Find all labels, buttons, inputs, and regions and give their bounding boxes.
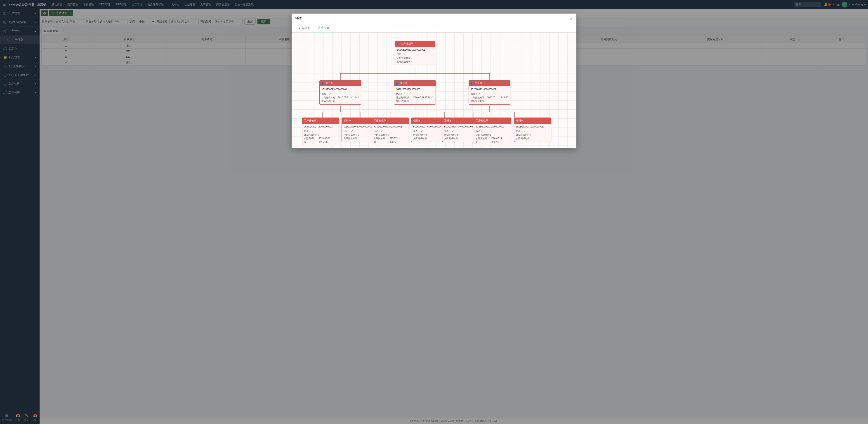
work-order-node-3[interactable]: 👥 加工单 JG202007110000000002 状态： ✔ 计划完成时间：… (469, 80, 510, 104)
sub3-check: ✔ (381, 129, 383, 133)
sub1-title: 工序验收单 (304, 119, 316, 123)
production-plan-time-label: 计划完成时间： (397, 56, 412, 60)
sub3-body: JGZD202007020000000001 状态： ✔ 计划完成时间： 实际完… (372, 124, 409, 145)
wo1-plan-value: 2020-07-11 14:12:41 (338, 96, 359, 99)
sub3-actual-time: 实际完成时间： 2020-07-11 13:36:56 (374, 137, 407, 144)
modal-tab-progress[interactable]: 进度报表 (314, 24, 333, 32)
sub6-header: 工序验收单 (474, 118, 511, 124)
wo2-title: 加工单 (400, 81, 408, 85)
sub3-header: 工序验收单 (372, 118, 409, 124)
wo2-status: 状态： ✔ (396, 92, 434, 96)
sub-doc-7[interactable]: 领料单 LLDD202007110000000011 状态： ✔ 计划完成时间：… (514, 118, 551, 142)
sub7-plan-label: 计划完成时间： (516, 133, 532, 137)
sub1-id: JGZD202007110000000001 (304, 125, 337, 129)
production-plan-time-row: 计划完成时间： (397, 56, 433, 60)
wo2-icon: 👥 (396, 81, 399, 85)
wo1-actual-time: 实际完成时间： (321, 99, 359, 103)
sub1-plan-label: 计划完成时间： (304, 133, 320, 137)
wo1-actual-label: 实际完成时间： (321, 99, 337, 103)
sub7-plan-time: 计划完成时间： (516, 133, 549, 137)
wo2-actual-time: 实际完成时间： (396, 99, 434, 103)
sub-doc-1[interactable]: 工序验收单 JGZD202007110000000001 状态： ✔ 计划完成时… (302, 118, 339, 145)
sub6-check: ✔ (483, 129, 485, 133)
sub4-actual-label: 实际完成时间： (413, 137, 429, 140)
sub6-body: JGZD202007110000000002 状态： ✔ 计划完成时间： 实际完… (474, 124, 511, 145)
sub7-header: 领料单 (514, 118, 551, 124)
sub2-status-label: 状态： (344, 129, 350, 133)
sub3-plan-label: 计划完成时间： (374, 133, 390, 137)
sub3-plan-time: 计划完成时间： (374, 133, 407, 137)
sub5-check: ✔ (452, 129, 454, 133)
wo3-title: 加工单 (475, 81, 482, 85)
sub2-plan-label: 计划完成时间： (344, 133, 360, 137)
wo2-id: JG202007020000000001 (396, 88, 434, 91)
wo3-body: JG202007110000000002 状态： ✔ 计划完成时间： 2020-… (469, 86, 510, 104)
sub4-plan-label: 计划完成时间： (413, 133, 429, 137)
work-order-node-2[interactable]: 👥 加工单 JG202007020000000001 状态： ✔ 计划完成时间：… (394, 80, 436, 104)
modal-close-button[interactable]: ✕ (569, 16, 573, 21)
sub1-header: 工序验收单 (302, 118, 339, 124)
wo3-plan-label: 计划完成时间： (471, 96, 487, 99)
sub3-status-label: 状态： (374, 129, 380, 133)
sub7-status: 状态： ✔ (516, 129, 549, 133)
wo2-plan-label: 计划完成时间： (396, 96, 412, 99)
sub6-actual-value: 2020-07-11 14:30:00 (491, 137, 509, 144)
sub3-id: JGZD202007020000000001 (374, 125, 407, 129)
production-plan-node[interactable]: 👥 生产计划单 SCJH202005310000000001 状态： ✔ 计划完… (395, 41, 435, 65)
sub2-check: ✔ (351, 129, 353, 133)
modal-title: 详情 (295, 17, 302, 21)
wo2-body: JG202007020000000001 状态： ✔ 计划完成时间： 2020-… (394, 86, 436, 104)
sub7-body: LLDD202007110000000011 状态： ✔ 计划完成时间： 实际完… (514, 124, 551, 142)
wo1-body: JG202007110000000001 状态： ✔ 计划完成时间： 2020-… (320, 86, 361, 104)
sub7-id: LLDD202007110000000011 (516, 125, 549, 129)
sub4-id: LLDD202007040000000006 (413, 125, 446, 129)
sub7-actual-label: 实际完成时间： (516, 137, 532, 140)
sub1-actual-label: 实际完成时间： (304, 137, 318, 144)
sub7-actual-time: 实际完成时间： (516, 137, 549, 140)
wo2-header: 👥 加工单 (394, 81, 436, 86)
sub5-id: BLDD202007040000000002 (444, 125, 477, 129)
sub5-actual-time: 实际完成时间： (444, 137, 477, 140)
production-node-id: SCJH202005310000000001 (397, 48, 433, 52)
production-header-title: 生产计划单 (401, 42, 413, 46)
wo1-icon: 👥 (321, 81, 324, 85)
wo3-check: ✔ (478, 92, 480, 96)
sub1-actual-value: 2020-07-11 14:27:35 (319, 137, 337, 144)
modal-tab-order-info[interactable]: 订单信息 (295, 24, 314, 32)
work-order-node-1[interactable]: 👥 加工单 JG202007110000000001 状态： ✔ 计划完成时间：… (319, 80, 361, 104)
wo2-check: ✔ (403, 92, 405, 96)
sub7-status-label: 状态： (516, 129, 523, 133)
wo3-plan-value: 2020-07-11 14:21:26 (487, 96, 508, 99)
wo3-id: JG202007110000000002 (471, 88, 508, 91)
wo1-status: 状态： ✔ (321, 92, 359, 96)
sub1-actual-time: 实际完成时间： 2020-07-11 14:27:35 (304, 137, 337, 144)
sub5-status: 状态： ✔ (444, 129, 477, 133)
wo1-title: 加工单 (326, 81, 333, 85)
wo3-status: 状态： ✔ (471, 92, 508, 96)
wo2-status-label: 状态： (396, 92, 403, 96)
production-actual-time-row: 实际完成时间： (397, 60, 433, 63)
detail-modal: 详情 ✕ 订单信息 进度报表 (291, 13, 577, 148)
sub4-actual-time: 实际完成时间： (413, 137, 446, 140)
sub5-plan-time: 计划完成时间： (444, 133, 477, 137)
wo1-id: JG202007110000000001 (321, 88, 359, 91)
wo1-header: 👥 加工单 (320, 81, 361, 86)
sub-doc-3[interactable]: 工序验收单 JGZD202007020000000001 状态： ✔ 计划完成时… (372, 118, 409, 145)
wo2-actual-label: 实际完成时间： (396, 99, 412, 103)
sub5-status-label: 状态： (444, 129, 451, 133)
modal-overlay: 详情 ✕ 订单信息 进度报表 (0, 0, 868, 424)
production-status-check: ✔ (404, 53, 406, 57)
wo3-status-label: 状态： (471, 92, 477, 96)
sub2-actual-label: 实际完成时间： (344, 137, 360, 140)
wo3-icon: 👥 (471, 81, 474, 85)
sub3-actual-label: 实际完成时间： (374, 137, 388, 144)
wo3-header: 👥 加工单 (469, 81, 510, 86)
sub-doc-6[interactable]: 工序验收单 JGZD202007110000000002 状态： ✔ 计划完成时… (474, 118, 511, 145)
wo1-plan-label: 计划完成时间： (321, 96, 337, 99)
wo1-plan-time: 计划完成时间： 2020-07-11 14:12:41 (321, 96, 359, 99)
sub2-title: 领料单 (344, 119, 351, 123)
modal-body: 👥 生产计划单 SCJH202005310000000001 状态： ✔ 计划完… (291, 33, 577, 148)
sub4-title: 领料单 (413, 119, 421, 123)
production-status-row: 状态： ✔ (397, 53, 433, 57)
sub4-check: ✔ (421, 129, 423, 133)
